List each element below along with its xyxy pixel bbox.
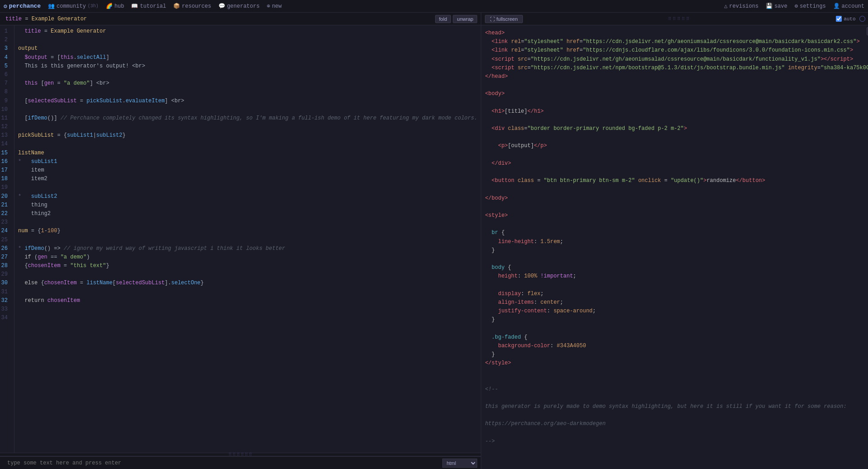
fullscreen-icon: ⛶ [490,16,495,22]
nav-settings[interactable]: ⚙ settings [795,3,826,10]
tutorial-icon: 📖 [131,3,138,10]
account-icon: 👤 [833,3,840,10]
hub-icon: 🌈 [106,3,113,10]
preview-right-controls: auto reload [836,16,868,22]
resources-icon: 📦 [173,3,180,10]
top-nav: ⚙ perchance 👥 community (3h) 🌈 hub 📖 tut… [0,0,868,13]
generators-icon: 💬 [218,3,225,10]
brand-icon: ⚙ [4,3,7,10]
editor-panel: title = Example Generator fold unwrap 1 … [0,13,481,469]
auto-checkbox-label[interactable]: auto [836,16,855,22]
line-numbers: 1 2 3 4 5 6 7 8 9 10 11 12 13 14 15 16 1… [0,25,14,453]
nav-save[interactable]: 💾 save [766,3,787,10]
drag-handle[interactable]: ⠿⠿⠿⠿⠿ [668,16,691,22]
editor-bottom-bar: html javascript css [0,456,481,469]
nav-tutorial[interactable]: 📖 tutorial [131,3,166,10]
nav-revisions[interactable]: △ revisions [724,3,759,10]
settings-icon: ⚙ [795,3,798,10]
reload-radio-label[interactable]: reload [859,16,868,22]
main-layout: title = Example Generator fold unwrap 1 … [0,13,868,469]
nav-resources[interactable]: 📦 resources [173,3,211,10]
preview-toolbar: ⛶ fullscreen ⠿⠿⠿⠿⠿ auto reload [481,13,868,25]
fullscreen-tab[interactable]: ⛶ fullscreen [485,15,522,23]
save-icon: 💾 [766,3,773,10]
editor-resize-handle[interactable]: ⠿⠿⠿⠿⠿⠿ [0,453,481,456]
fold-button[interactable]: fold [435,15,451,23]
nav-right: △ revisions 💾 save ⚙ settings 👤 account [724,3,864,10]
new-icon: ⊕ [267,3,270,10]
console-input[interactable] [4,460,441,466]
auto-checkbox[interactable] [836,16,842,22]
nav-community[interactable]: 👥 community (3h) [48,3,99,10]
revisions-icon: △ [724,3,727,10]
brand-label: perchance [9,3,41,10]
unwrap-button[interactable]: unwrap [453,15,477,23]
preview-content: <head> <link rel="stylesheet" href="http… [481,25,868,469]
nav-generators[interactable]: 💬 generators [218,3,260,10]
nav-brand[interactable]: ⚙ perchance [4,3,41,10]
editor-toolbar: title = Example Generator fold unwrap [0,13,481,25]
code-area: 1 2 3 4 5 6 7 8 9 10 11 12 13 14 15 16 1… [0,25,481,453]
editor-title-bar: title = Example Generator [4,16,433,22]
nav-new[interactable]: ⊕ new [267,3,282,10]
nav-hub[interactable]: 🌈 hub [106,3,124,10]
language-selector[interactable]: html javascript css [442,459,477,468]
nav-account[interactable]: 👤 account [833,3,864,10]
preview-panel: ⛶ fullscreen ⠿⠿⠿⠿⠿ auto reload wrap <hea… [481,13,868,469]
reload-radio-icon [859,16,865,22]
community-icon: 👥 [48,3,55,10]
code-editor[interactable]: title = Example Generator output $output… [14,25,481,453]
